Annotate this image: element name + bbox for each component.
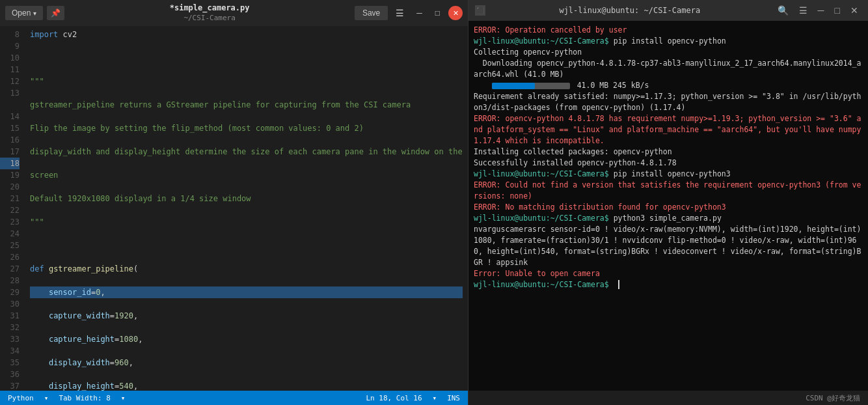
terminal-line: ERROR: Operation cancelled by user (474, 25, 627, 35)
line-num: 31 (0, 310, 20, 322)
terminal-title: wjl-linux@ubuntu: ~/CSI-Camera (489, 6, 770, 15)
terminal-line: Successfully installed opencv-python-4.8… (474, 158, 677, 167)
editor-body: 8 9 10 11 12 13 14 15 16 17 18 19 20 21 … (0, 26, 468, 391)
terminal-line: Error: Unable to open camera (474, 269, 600, 278)
line-num: 28 (0, 275, 20, 286)
line-num (0, 99, 20, 111)
terminal-titlebar: ⬛ wjl-linux@ubuntu: ~/CSI-Camera 🔍 ☰ ─ □… (468, 0, 868, 21)
line-num: 37 (0, 380, 20, 391)
line-num: 32 (0, 322, 20, 333)
terminal-menu-button[interactable]: ☰ (796, 4, 811, 17)
terminal-line: Collecting opencv-python (474, 48, 582, 57)
terminal-line: Downloading opencv_python-4.8.1.78-cp37-… (474, 59, 861, 79)
status-tab-dropdown-icon: ▾ (121, 394, 126, 402)
terminal-line: ERROR: Could not find a version that sat… (474, 180, 861, 201)
line-num: 34 (0, 345, 20, 357)
terminal-minimize-button[interactable]: ─ (815, 4, 828, 17)
line-num: 13 (0, 87, 20, 99)
terminal-search-button[interactable]: 🔍 (774, 4, 792, 17)
terminal-line: wjl-linux@ubuntu:~/CSI-Camera$ python3 s… (474, 214, 722, 223)
code-area[interactable]: import cv2 """ gstreamer_pipeline return… (25, 26, 468, 391)
terminal-statusbar: CSDN @好奇龙猫 (468, 391, 868, 405)
status-pos-dropdown-icon: ▾ (433, 394, 437, 402)
line-num: 27 (0, 263, 20, 275)
terminal-line: nvarguscamerasrc sensor-id=0 ! video/x-r… (474, 225, 861, 267)
line-num: 24 (0, 228, 20, 240)
line-num: 35 (0, 357, 20, 369)
status-mode: INS (447, 394, 460, 402)
editor-title: *simple_camera.py ~/CSI-Camera (68, 3, 351, 23)
close-button[interactable]: ✕ (448, 6, 463, 20)
editor-filename: *simple_camera.py (170, 3, 250, 14)
line-num: 11 (0, 64, 20, 76)
terminal-line: ERROR: opencv-python 4.8.1.78 has requir… (474, 114, 865, 145)
line-num: 33 (0, 333, 20, 345)
line-num: 25 (0, 240, 20, 251)
status-language[interactable]: Python (8, 394, 34, 402)
pin-icon-button[interactable]: 📌 (47, 6, 64, 20)
terminal-line: 41.0 MB 245 kB/s (474, 81, 649, 90)
line-numbers: 8 9 10 11 12 13 14 15 16 17 18 19 20 21 … (0, 26, 25, 391)
open-chevron-icon: ▾ (33, 10, 36, 17)
menu-icon-button[interactable]: ☰ (392, 5, 408, 21)
terminal-line: ERROR: No matching distribution found fo… (474, 202, 726, 212)
terminal-line: wjl-linux@ubuntu:~/CSI-Camera$ (474, 280, 619, 289)
editor-statusbar: Python ▾ Tab Width: 8 ▾ Ln 18, Col 16 ▾ … (0, 391, 468, 405)
line-num: 18 (0, 158, 20, 169)
open-button[interactable]: Open ▾ (5, 6, 43, 20)
line-num: 19 (0, 169, 20, 181)
terminal-icon: ⬛ (475, 5, 485, 16)
minimize-button[interactable]: ─ (412, 6, 427, 20)
line-num: 8 (0, 29, 20, 40)
line-num: 14 (0, 111, 20, 122)
line-num: 17 (0, 146, 20, 158)
terminal-line: Installing collected packages: opencv-py… (474, 147, 672, 156)
maximize-button[interactable]: □ (431, 6, 444, 20)
terminal-line: wjl-linux@ubuntu:~/CSI-Camera$ pip insta… (474, 169, 731, 178)
status-tab[interactable]: Tab Width: 8 (59, 394, 110, 402)
terminal-line: Requirement already satisfied: numpy>=1.… (474, 92, 861, 112)
line-num: 12 (0, 76, 20, 87)
line-num: 21 (0, 193, 20, 204)
watermark-text: CSDN @好奇龙猫 (806, 393, 860, 403)
terminal-maximize-button[interactable]: □ (832, 4, 843, 17)
line-num: 29 (0, 286, 20, 298)
open-label: Open (12, 8, 31, 18)
line-num: 30 (0, 298, 20, 310)
terminal-panel: ⬛ wjl-linux@ubuntu: ~/CSI-Camera 🔍 ☰ ─ □… (468, 0, 868, 405)
status-dropdown-icon: ▾ (44, 394, 49, 402)
editor-titlebar: Open ▾ 📌 *simple_camera.py ~/CSI-Camera … (0, 0, 468, 26)
line-num: 36 (0, 369, 20, 380)
terminal-body[interactable]: ERROR: Operation cancelled by user wjl-l… (468, 21, 868, 391)
terminal-close-button[interactable]: ✕ (847, 4, 861, 17)
line-num: 9 (0, 40, 20, 52)
editor-filepath: ~/CSI-Camera (183, 14, 235, 23)
terminal-line: wjl-linux@ubuntu:~/CSI-Camera$ pip insta… (474, 36, 726, 46)
save-button[interactable]: Save (355, 6, 388, 20)
line-num: 23 (0, 216, 20, 228)
line-num: 16 (0, 134, 20, 146)
line-num: 26 (0, 251, 20, 263)
status-position[interactable]: Ln 18, Col 16 (366, 394, 422, 402)
line-num: 22 (0, 204, 20, 216)
line-num: 10 (0, 52, 20, 64)
line-num: 20 (0, 181, 20, 193)
editor-panel: Open ▾ 📌 *simple_camera.py ~/CSI-Camera … (0, 0, 468, 405)
line-num: 15 (0, 122, 20, 134)
